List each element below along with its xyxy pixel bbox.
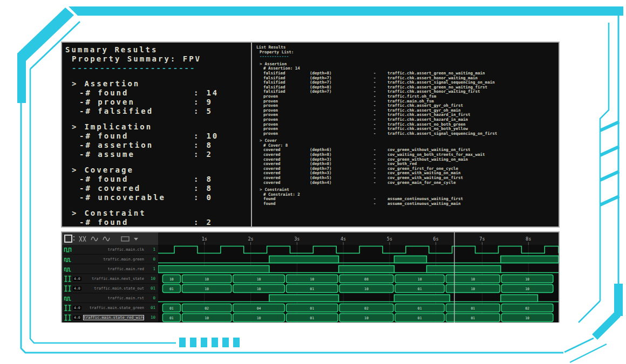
property-row[interactable]: proven-traffic.chk.assert_hazard_in_main: [256, 118, 554, 122]
svg-text:01: 01: [310, 316, 314, 320]
select-mode-button[interactable]: [64, 235, 75, 243]
wave-view-icon[interactable]: [91, 236, 99, 242]
svg-text:4s: 4s: [341, 236, 346, 242]
signal-wave[interactable]: 0110100110011010: [158, 284, 559, 293]
svg-text:10: 10: [364, 316, 369, 320]
property-row[interactable]: found-assume_continuous_waiting_main: [256, 202, 554, 207]
svg-text:01: 01: [418, 316, 422, 320]
signal-wave[interactable]: 1010101008101010: [158, 274, 559, 284]
svg-text:10: 10: [205, 287, 209, 291]
signal-name[interactable]: traffic.main.state_out: [83, 286, 144, 291]
svg-text:10: 10: [257, 316, 261, 320]
svg-text:10: 10: [471, 287, 475, 291]
property-row[interactable]: covered(depth=5)-cov_green_with_waiting_…: [256, 176, 554, 181]
svg-text:5s: 5s: [387, 236, 392, 242]
property-row[interactable]: falsified(depth=8)-traffic.chk.assert_gr…: [256, 71, 554, 76]
property-row[interactable]: covered(depth=6)-cov_green_without_waiti…: [256, 148, 554, 153]
signal-value: 0: [146, 257, 155, 262]
section-bullet: >: [72, 209, 78, 218]
svg-text:04: 04: [257, 306, 261, 311]
timeline-ruler: 1s2s3s4s5s6s7s8s: [158, 232, 559, 245]
signal-name[interactable]: traffic.main.red: [77, 267, 144, 271]
property-row[interactable]: proven-traffic.chk.assert_hazard_in_firs…: [256, 113, 554, 118]
signal-wave[interactable]: 0102040102010102: [158, 303, 559, 313]
signal-value: 1: [146, 247, 155, 252]
property-row[interactable]: proven-traffic.first.oh_fsm: [256, 94, 554, 99]
svg-text:10: 10: [525, 316, 529, 320]
signal-name[interactable]: traffic.main.rst: [77, 296, 144, 300]
frame-left-bar: [17, 53, 26, 103]
signal-wave[interactable]: 0110100110010110: [158, 313, 559, 322]
property-row[interactable]: proven-traffic.chk.assert_no_both_yellow: [256, 127, 554, 132]
display-mode-select[interactable]: [121, 236, 130, 242]
property-row[interactable]: falsified(depth=7)-traffic.chk.assert_si…: [256, 80, 554, 85]
svg-text:01: 01: [471, 306, 475, 311]
property-row[interactable]: proven-traffic.chk.assert_signal_sequenc…: [256, 132, 554, 136]
wave-view-icon-2[interactable]: [103, 236, 111, 242]
summary-row: -# found:10: [65, 132, 248, 141]
bus-view-icon[interactable]: [79, 236, 87, 242]
property-row[interactable]: covered(depth=3)-cov_green_with_waiting_…: [256, 171, 554, 176]
signal-value: 10: [146, 315, 155, 320]
dropdown-caret-icon[interactable]: [133, 237, 139, 241]
svg-text:10: 10: [257, 287, 261, 291]
bus-icon: [64, 276, 72, 282]
property-row[interactable]: found-assume_continuous_waiting_first: [256, 197, 554, 202]
property-row[interactable]: falsified(depth=8)-traffic.chk.assert_gr…: [256, 85, 554, 90]
summary-section-constraint: >Constraint -# found:2: [65, 209, 248, 227]
bus-icon: [64, 314, 72, 321]
signal-row[interactable]: 4:0traffic.main.state_out01 011010011001…: [62, 284, 559, 293]
signal-wave[interactable]: [158, 293, 559, 303]
property-row[interactable]: falsified(depth=7)-traffic.chk.assert_ho…: [256, 76, 554, 81]
section-name: Constraint: [84, 209, 146, 218]
svg-text:10: 10: [310, 277, 314, 281]
bus-icon: [64, 305, 72, 311]
property-row[interactable]: covered(depth=7)-cov_green_first_for_one…: [256, 167, 554, 171]
list-section-cover: >Cover # Cover: 8 covered(depth=6)-cov_g…: [256, 139, 554, 185]
svg-text:6s: 6s: [433, 236, 439, 242]
svg-text:01: 01: [169, 287, 174, 291]
svg-text:10: 10: [169, 277, 174, 281]
property-row[interactable]: proven-traffic.chk.assert_no_both_green: [256, 122, 554, 127]
property-row[interactable]: proven-traffic.chk.assert_gyr_oh_main: [256, 108, 554, 113]
property-row[interactable]: covered(depth=3)-cov_green_without_waiti…: [256, 157, 554, 162]
signal-row[interactable]: traffic.main.clk1: [62, 245, 559, 255]
signal-value: 01: [146, 305, 155, 310]
signal-wave[interactable]: [158, 255, 559, 264]
wave-icon: [64, 256, 72, 263]
wave-icon: [64, 266, 72, 272]
list-section-constraint: >Constraint # Constraint: 2 found-assume…: [256, 188, 554, 206]
property-row[interactable]: covered(depth=8)-cov_waiting_on_both_str…: [256, 153, 554, 157]
property-row[interactable]: covered(depth=0)-cov_both_red: [256, 162, 554, 167]
section-count: # Assertion: 14: [256, 66, 554, 71]
signal-row[interactable]: 4:0traffic.main.state_red_wired10 011010…: [62, 313, 559, 322]
signal-name[interactable]: traffic.main.next_state: [83, 277, 144, 281]
section-bullet: >: [260, 188, 262, 193]
signal-name[interactable]: traffic.main.state_green: [83, 306, 144, 310]
section-count: # Constraint: 2: [256, 193, 554, 197]
signal-wave[interactable]: [158, 264, 559, 274]
signal-row[interactable]: 4:0traffic.main.next_state10 10101010081…: [62, 274, 559, 284]
property-row[interactable]: proven-traffic.main.oh_fsm: [256, 99, 554, 104]
summary-row: -# covered:8: [65, 184, 248, 193]
signal-row[interactable]: traffic.main.red1: [62, 264, 559, 274]
signal-row[interactable]: 4:0traffic.main.state_green01 0102040102…: [62, 303, 559, 313]
list-subtitle: Property List:: [256, 50, 554, 55]
signal-row[interactable]: traffic.main.green0: [62, 255, 559, 264]
svg-text:01: 01: [418, 306, 422, 311]
summary-section-coverage: >Coverage -# found:8 -# covered:8 -# unc…: [65, 166, 248, 202]
property-row[interactable]: falsified(depth=7)-traffic.chk.assert_ho…: [256, 90, 554, 94]
signal-name[interactable]: traffic.main.green: [77, 257, 144, 262]
signal-name-selected[interactable]: traffic.main.state_red_wired: [83, 315, 144, 320]
frame-right-bar: [614, 284, 623, 316]
signal-row[interactable]: traffic.main.rst0: [62, 293, 559, 303]
property-row[interactable]: covered(depth=4)-cov_green_main_for_one_…: [256, 181, 554, 186]
list-results-panel: List Results Property List: ------------…: [251, 42, 560, 228]
svg-text:01: 01: [310, 306, 314, 311]
signal-wave[interactable]: [158, 245, 559, 255]
waveform-body: traffic.main.clk1 traffic.main.green0 tr…: [62, 245, 559, 322]
signal-name[interactable]: traffic.main.clk: [77, 248, 144, 252]
waveform-toolbar: [62, 232, 158, 245]
signal-value: 0: [146, 296, 155, 300]
property-row[interactable]: proven-traffic.chk.assert_gyr_oh_first: [256, 104, 554, 108]
